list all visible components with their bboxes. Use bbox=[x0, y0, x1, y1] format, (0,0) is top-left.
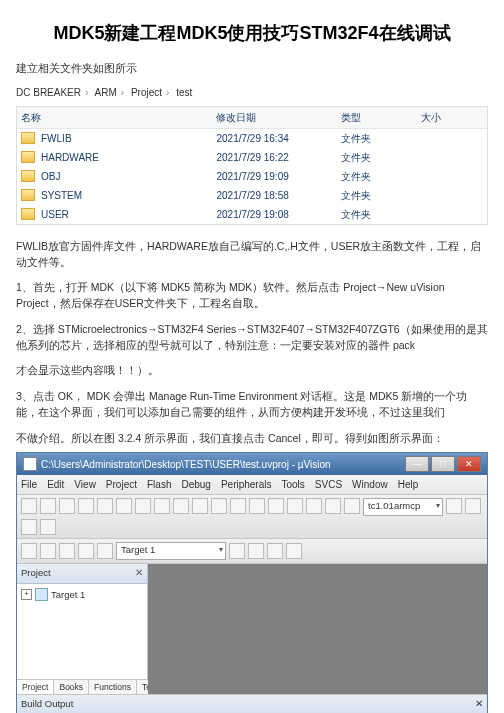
toolbar-button[interactable] bbox=[40, 519, 56, 535]
toolbar-button[interactable] bbox=[154, 498, 170, 514]
pane-tab-books[interactable]: Books bbox=[54, 680, 89, 695]
toolbar-button[interactable] bbox=[97, 498, 113, 514]
project-pane-tabs: Project Books Functions Templates bbox=[17, 679, 147, 695]
crumb: DC BREAKER bbox=[16, 87, 81, 98]
folder-row[interactable]: USER 2021/7/29 19:08 文件夹 bbox=[17, 205, 487, 224]
folder-icon bbox=[21, 132, 35, 144]
pane-tab-functions[interactable]: Functions bbox=[89, 680, 137, 695]
col-header-type[interactable]: 类型 bbox=[341, 110, 421, 125]
tree-root-label: Target 1 bbox=[51, 588, 85, 602]
toolbar-main: tc1.01armcp bbox=[17, 495, 487, 539]
toolbar-button[interactable] bbox=[325, 498, 341, 514]
toolbar-button[interactable] bbox=[306, 498, 322, 514]
menubar: File Edit View Project Flash Debug Perip… bbox=[17, 475, 487, 495]
folder-icon bbox=[21, 151, 35, 163]
tree-toggle-icon[interactable]: + bbox=[21, 589, 32, 600]
target-icon bbox=[35, 588, 48, 601]
toolbar-button[interactable] bbox=[268, 498, 284, 514]
toolbar-button[interactable] bbox=[286, 543, 302, 559]
folder-row[interactable]: OBJ 2021/7/29 19:09 文件夹 bbox=[17, 167, 487, 186]
paragraph-fwlib: FWLIB放官方固件库文件，HARDWARE放自己编写的.C,.H文件，USER… bbox=[16, 239, 488, 271]
project-tree: + Target 1 bbox=[17, 584, 147, 679]
menu-svcs[interactable]: SVCS bbox=[315, 477, 342, 492]
toolbar-build: Target 1 bbox=[17, 539, 487, 564]
toolbar-button[interactable] bbox=[192, 498, 208, 514]
toolbar-button[interactable] bbox=[40, 498, 56, 514]
minimize-button[interactable]: — bbox=[405, 456, 429, 472]
target-combo[interactable]: Target 1 bbox=[116, 542, 226, 560]
menu-project[interactable]: Project bbox=[106, 477, 137, 492]
intro-text: 建立相关文件夹如图所示 bbox=[16, 61, 488, 77]
paragraph-step3: 3、点击 OK， MDK 会弹出 Manage Run-Time Environ… bbox=[16, 389, 488, 421]
toolbar-button[interactable] bbox=[211, 498, 227, 514]
output-pane: Build Output ✕ bbox=[17, 694, 487, 713]
project-pane-title: Project ✕ bbox=[17, 564, 147, 583]
folder-header: 名称 修改日期 类型 大小 bbox=[17, 107, 487, 129]
crumb: Project bbox=[131, 87, 162, 98]
menu-peripherals[interactable]: Peripherals bbox=[221, 477, 272, 492]
toolchain-combo[interactable]: tc1.01armcp bbox=[363, 498, 443, 516]
col-header-date[interactable]: 修改日期 bbox=[216, 110, 340, 125]
close-button[interactable]: ✕ bbox=[457, 456, 481, 472]
toolbar-button[interactable] bbox=[267, 543, 283, 559]
menu-flash[interactable]: Flash bbox=[147, 477, 171, 492]
toolbar-button[interactable] bbox=[135, 498, 151, 514]
toolbar-button[interactable] bbox=[40, 543, 56, 559]
menu-debug[interactable]: Debug bbox=[181, 477, 210, 492]
toolbar-button[interactable] bbox=[21, 498, 37, 514]
toolbar-button[interactable] bbox=[21, 519, 37, 535]
project-pane: Project ✕ + Target 1 Project Books Funct… bbox=[17, 564, 148, 694]
folder-icon bbox=[21, 170, 35, 182]
toolbar-button[interactable] bbox=[287, 498, 303, 514]
editor-area bbox=[148, 564, 487, 694]
folder-icon bbox=[21, 189, 35, 201]
col-header-size[interactable]: 大小 bbox=[421, 110, 483, 125]
uvision-window: C:\Users\Administrator\Desktop\TEST\USER… bbox=[16, 452, 488, 713]
output-pane-title: Build Output ✕ bbox=[17, 695, 487, 713]
paragraph-step2b: 才会显示这些内容哦！！）。 bbox=[16, 363, 488, 379]
folder-row[interactable]: SYSTEM 2021/7/29 18:58 文件夹 bbox=[17, 186, 487, 205]
maximize-button[interactable]: □ bbox=[431, 456, 455, 472]
toolbar-button[interactable] bbox=[78, 498, 94, 514]
folder-row[interactable]: FWLIB 2021/7/29 16:34 文件夹 bbox=[17, 129, 487, 148]
page-title: MDK5新建工程MDK5使用技巧STM32F4在线调试 bbox=[16, 20, 488, 47]
pane-pin-icon[interactable]: ✕ bbox=[135, 566, 143, 580]
toolbar-button[interactable] bbox=[116, 498, 132, 514]
paragraph-step2: 2、选择 STMicroelectronics→STM32F4 Series→S… bbox=[16, 322, 488, 354]
pane-tab-project[interactable]: Project bbox=[17, 680, 54, 695]
menu-edit[interactable]: Edit bbox=[47, 477, 64, 492]
toolbar-button[interactable] bbox=[59, 543, 75, 559]
menu-tools[interactable]: Tools bbox=[282, 477, 305, 492]
toolbar-button[interactable] bbox=[173, 498, 189, 514]
window-titlebar[interactable]: C:\Users\Administrator\Desktop\TEST\USER… bbox=[17, 453, 487, 475]
toolbar-button[interactable] bbox=[344, 498, 360, 514]
crumb: test bbox=[176, 87, 192, 98]
toolbar-button[interactable] bbox=[21, 543, 37, 559]
breadcrumb: DC BREAKER› ARM› Project› test bbox=[16, 85, 488, 100]
toolbar-button[interactable] bbox=[59, 498, 75, 514]
folder-row[interactable]: HARDWARE 2021/7/29 16:22 文件夹 bbox=[17, 148, 487, 167]
paragraph-step3b: 不做介绍。所以在图 3.2.4 所示界面，我们直接点击 Cancel，即可。得到… bbox=[16, 431, 488, 447]
tree-root[interactable]: + Target 1 bbox=[21, 588, 143, 602]
toolbar-button[interactable] bbox=[230, 498, 246, 514]
toolbar-button[interactable] bbox=[465, 498, 481, 514]
toolbar-button[interactable] bbox=[78, 543, 94, 559]
toolbar-button[interactable] bbox=[248, 543, 264, 559]
crumb: ARM bbox=[95, 87, 117, 98]
toolbar-button[interactable] bbox=[97, 543, 113, 559]
menu-view[interactable]: View bbox=[74, 477, 96, 492]
menu-window[interactable]: Window bbox=[352, 477, 388, 492]
menu-file[interactable]: File bbox=[21, 477, 37, 492]
toolbar-button[interactable] bbox=[446, 498, 462, 514]
menu-help[interactable]: Help bbox=[398, 477, 419, 492]
toolbar-button[interactable] bbox=[229, 543, 245, 559]
app-icon bbox=[23, 457, 37, 471]
folder-listing: 名称 修改日期 类型 大小 FWLIB 2021/7/29 16:34 文件夹 … bbox=[16, 106, 488, 225]
paragraph-step1: 1、首先，打开 MDK（以下将 MDK5 简称为 MDK）软件。然后点击 Pro… bbox=[16, 280, 488, 312]
window-title-text: C:\Users\Administrator\Desktop\TEST\USER… bbox=[41, 457, 331, 472]
folder-icon bbox=[21, 208, 35, 220]
col-header-name[interactable]: 名称 bbox=[21, 110, 216, 125]
pane-pin-icon[interactable]: ✕ bbox=[475, 697, 483, 711]
toolbar-button[interactable] bbox=[249, 498, 265, 514]
